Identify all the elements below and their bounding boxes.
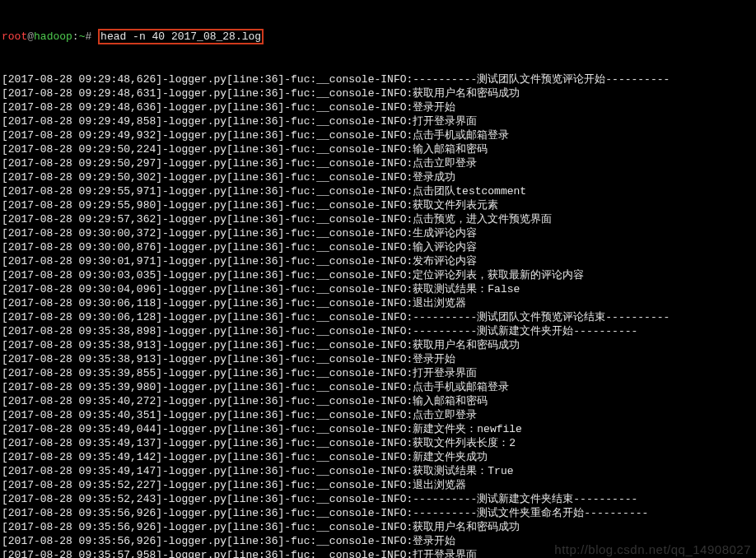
- log-line: [2017-08-28 09:29:48,626]-logger.py[line…: [2, 72, 754, 86]
- log-line: [2017-08-28 09:35:52,227]-logger.py[line…: [2, 478, 754, 492]
- prompt-at: @: [27, 30, 34, 43]
- log-line: [2017-08-28 09:30:00,372]-logger.py[line…: [2, 226, 754, 240]
- command-highlight: head -n 40 2017_08_28.log: [98, 29, 264, 44]
- prompt-sep: :: [72, 30, 79, 43]
- log-line: [2017-08-28 09:29:55,971]-logger.py[line…: [2, 184, 754, 198]
- log-line: [2017-08-28 09:35:49,147]-logger.py[line…: [2, 464, 754, 478]
- command-text: head -n 40 2017_08_28.log: [100, 30, 261, 43]
- log-line: [2017-08-28 09:35:49,142]-logger.py[line…: [2, 450, 754, 464]
- log-line: [2017-08-28 09:35:38,898]-logger.py[line…: [2, 324, 754, 338]
- log-line: [2017-08-28 09:35:38,913]-logger.py[line…: [2, 338, 754, 352]
- prompt-host: hadoop: [34, 30, 72, 43]
- log-line: [2017-08-28 09:29:57,362]-logger.py[line…: [2, 212, 754, 226]
- prompt-hash: #: [85, 30, 91, 43]
- log-line: [2017-08-28 09:29:55,980]-logger.py[line…: [2, 198, 754, 212]
- log-line: [2017-08-28 09:30:06,128]-logger.py[line…: [2, 310, 754, 324]
- log-line: [2017-08-28 09:30:03,035]-logger.py[line…: [2, 268, 754, 282]
- log-line: [2017-08-28 09:29:48,631]-logger.py[line…: [2, 86, 754, 100]
- log-line: [2017-08-28 09:30:04,096]-logger.py[line…: [2, 282, 754, 296]
- log-line: [2017-08-28 09:29:49,932]-logger.py[line…: [2, 128, 754, 142]
- log-line: [2017-08-28 09:35:56,926]-logger.py[line…: [2, 506, 754, 520]
- log-line: [2017-08-28 09:35:39,980]-logger.py[line…: [2, 380, 754, 394]
- prompt-user: root: [2, 30, 27, 43]
- log-line: [2017-08-28 09:29:49,858]-logger.py[line…: [2, 114, 754, 128]
- log-line: [2017-08-28 09:29:50,297]-logger.py[line…: [2, 156, 754, 170]
- log-line: [2017-08-28 09:35:52,243]-logger.py[line…: [2, 492, 754, 506]
- log-line: [2017-08-28 09:29:50,302]-logger.py[line…: [2, 170, 754, 184]
- log-line: [2017-08-28 09:35:40,272]-logger.py[line…: [2, 394, 754, 408]
- watermark: http://blog.csdn.net/qq_14908027: [554, 542, 751, 556]
- log-line: [2017-08-28 09:35:38,913]-logger.py[line…: [2, 352, 754, 366]
- log-line: [2017-08-28 09:30:01,971]-logger.py[line…: [2, 254, 754, 268]
- log-line: [2017-08-28 09:35:49,137]-logger.py[line…: [2, 436, 754, 450]
- log-line: [2017-08-28 09:30:00,876]-logger.py[line…: [2, 240, 754, 254]
- log-line: [2017-08-28 09:30:06,118]-logger.py[line…: [2, 296, 754, 310]
- log-line: [2017-08-28 09:35:39,855]-logger.py[line…: [2, 366, 754, 380]
- terminal[interactable]: root@hadoop:~# head -n 40 2017_08_28.log…: [0, 0, 756, 558]
- log-line: [2017-08-28 09:35:40,351]-logger.py[line…: [2, 408, 754, 422]
- log-line: [2017-08-28 09:29:50,224]-logger.py[line…: [2, 142, 754, 156]
- log-line: [2017-08-28 09:29:48,636]-logger.py[line…: [2, 100, 754, 114]
- log-output: [2017-08-28 09:29:48,626]-logger.py[line…: [2, 72, 754, 558]
- prompt-line[interactable]: root@hadoop:~# head -n 40 2017_08_28.log: [2, 29, 754, 44]
- log-line: [2017-08-28 09:35:49,044]-logger.py[line…: [2, 422, 754, 436]
- log-line: [2017-08-28 09:35:56,926]-logger.py[line…: [2, 520, 754, 534]
